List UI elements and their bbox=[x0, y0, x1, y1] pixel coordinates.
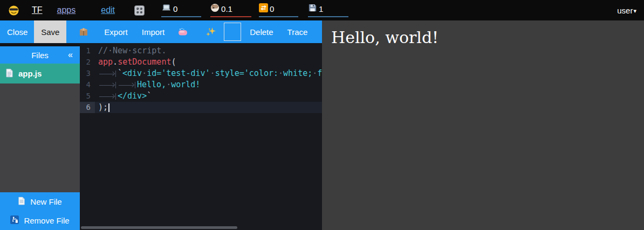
text-cursor bbox=[108, 103, 109, 112]
tab-whitespace-marker bbox=[98, 93, 116, 100]
code-token: world! bbox=[171, 80, 200, 89]
code-token: style='color: bbox=[215, 68, 278, 78]
code-token: white; bbox=[283, 68, 312, 78]
code-line[interactable]: 5</div>` bbox=[80, 90, 322, 102]
stat-floppy: 1 bbox=[308, 3, 348, 17]
tab-whitespace-marker bbox=[118, 82, 135, 88]
horizontal-scrollbar[interactable] bbox=[81, 226, 237, 229]
line-number: 1 bbox=[80, 45, 95, 57]
stat-laptop: 0 bbox=[161, 3, 201, 17]
preview-panel: Hello, world! bbox=[322, 20, 644, 230]
code-token: · bbox=[108, 46, 113, 55]
files-header: Files « bbox=[0, 46, 80, 64]
code-token: script. bbox=[132, 46, 166, 55]
control-knobs-icon[interactable] bbox=[134, 5, 145, 16]
preview-heading: Hello, world! bbox=[331, 28, 644, 47]
collapse-sidebar-button[interactable]: « bbox=[68, 50, 73, 60]
trace-button[interactable]: Trace bbox=[287, 27, 308, 37]
sparkles-icon[interactable] bbox=[205, 26, 216, 37]
remove-file-button[interactable]: Remove File bbox=[0, 211, 80, 230]
stat-laptop-value: 0 bbox=[173, 4, 177, 13]
tab-whitespace-marker bbox=[98, 71, 116, 77]
line-number: 3 bbox=[80, 68, 95, 79]
remove-file-label: Remove File bbox=[24, 216, 69, 225]
save-button[interactable]: Save bbox=[34, 20, 66, 43]
tab-whitespace-marker bbox=[98, 82, 116, 88]
code-token: ` bbox=[147, 91, 152, 101]
code-token: f bbox=[317, 68, 322, 78]
code-editor[interactable]: 1//·New·script.2app.setDocument(3`<div·i… bbox=[80, 43, 322, 230]
code-line[interactable]: 2app.setDocument( bbox=[80, 57, 322, 68]
floppy-disk-icon bbox=[308, 3, 317, 14]
code-text: //·New·script. bbox=[95, 45, 166, 57]
code-text: Hello,·world! bbox=[95, 79, 200, 90]
nav-link-tf[interactable]: TF bbox=[32, 5, 43, 15]
user-menu-label: user bbox=[617, 6, 633, 15]
files-sidebar: Files « bbox=[0, 43, 80, 230]
code-area: 1//·New·script.2app.setDocument(3`<div·i… bbox=[80, 45, 322, 113]
chevron-down-icon: ▾ bbox=[633, 6, 636, 15]
code-text: ); bbox=[95, 102, 109, 113]
toolbar-empty-box[interactable] bbox=[224, 23, 241, 41]
code-token: ( bbox=[171, 57, 176, 67]
code-token: Hello, bbox=[137, 80, 166, 89]
user-menu[interactable]: user ▾ bbox=[617, 6, 636, 15]
stat-hamster-value: 0.1 bbox=[221, 4, 232, 13]
code-token: · bbox=[127, 46, 132, 55]
code-token: · bbox=[278, 68, 283, 78]
code-token: · bbox=[142, 68, 147, 78]
main-area: Close Save Export Import bbox=[0, 20, 644, 230]
package-icon[interactable] bbox=[78, 26, 89, 37]
import-button[interactable]: Import bbox=[142, 27, 165, 37]
repeat-icon bbox=[259, 3, 268, 14]
laptop-icon bbox=[161, 3, 172, 14]
code-token: id='test-div' bbox=[147, 68, 210, 78]
stat-floppy-value: 1 bbox=[319, 4, 323, 13]
soap-icon[interactable] bbox=[177, 27, 188, 36]
stat-repeat-value: 0 bbox=[270, 4, 274, 13]
code-token: ` bbox=[118, 68, 122, 78]
line-number: 6 bbox=[80, 102, 95, 113]
code-text: </div>` bbox=[95, 90, 152, 102]
file-item-appjs[interactable]: app.js bbox=[0, 64, 80, 83]
new-file-icon bbox=[18, 197, 25, 207]
close-button[interactable]: Close bbox=[7, 27, 28, 37]
nav-link-edit[interactable]: edit bbox=[101, 5, 115, 15]
code-token: app bbox=[98, 57, 113, 67]
code-token: ); bbox=[98, 102, 108, 112]
code-token: · bbox=[210, 68, 215, 78]
code-line[interactable]: 4Hello,·world! bbox=[80, 79, 322, 90]
code-token: setDocument bbox=[118, 57, 171, 67]
code-token: // bbox=[98, 46, 108, 55]
code-line[interactable]: 6); bbox=[80, 102, 322, 113]
workspace: Files « bbox=[0, 43, 322, 230]
nav-link-apps[interactable]: apps bbox=[57, 5, 76, 15]
code-token: New bbox=[113, 46, 127, 55]
new-file-label: New File bbox=[30, 197, 61, 206]
file-icon bbox=[5, 68, 13, 79]
delete-button[interactable]: Delete bbox=[250, 27, 273, 37]
litter-bin-icon bbox=[10, 215, 19, 226]
code-line[interactable]: 3`<div·id='test-div'·style='color:·white… bbox=[80, 68, 322, 79]
code-text: app.setDocument( bbox=[95, 57, 176, 68]
new-file-button[interactable]: New File bbox=[0, 192, 80, 211]
code-token: <div bbox=[122, 68, 142, 78]
stat-hamster: 0.1 bbox=[210, 3, 251, 17]
code-token: </div> bbox=[118, 91, 147, 101]
code-line[interactable]: 1//·New·script. bbox=[80, 45, 322, 57]
export-button[interactable]: Export bbox=[104, 27, 127, 37]
code-token: · bbox=[312, 68, 317, 78]
code-token: · bbox=[166, 80, 171, 89]
line-number: 4 bbox=[80, 79, 95, 90]
editor-pane: Close Save Export Import bbox=[0, 20, 322, 230]
sunglasses-face-icon[interactable] bbox=[8, 5, 19, 16]
code-text: `<div·id='test-div'·style='color:·white;… bbox=[95, 68, 322, 79]
editor-toolbar: Close Save Export Import bbox=[0, 20, 322, 43]
top-bar: TF apps edit 0 bbox=[0, 0, 644, 20]
line-number: 5 bbox=[80, 90, 95, 102]
sidebar-filler bbox=[0, 83, 80, 192]
code-token: . bbox=[113, 57, 118, 67]
file-name: app.js bbox=[18, 69, 42, 78]
line-number: 2 bbox=[80, 57, 95, 68]
files-header-label: Files bbox=[31, 51, 49, 60]
